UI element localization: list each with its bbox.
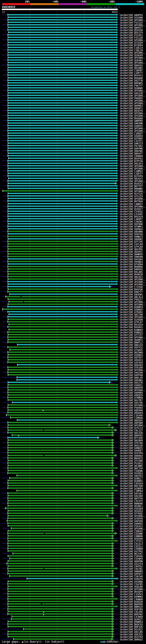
alignment-bar[interactable] — [8, 74, 116, 76]
alignment-bar[interactable] — [8, 298, 117, 300]
alignment-bar[interactable] — [8, 211, 116, 212]
alignment-bar[interactable] — [8, 97, 116, 98]
alignment-bar[interactable] — [8, 515, 107, 516]
alignment-bar[interactable] — [8, 62, 116, 63]
alignment-bar[interactable] — [8, 271, 117, 272]
alignment-bar[interactable] — [8, 392, 117, 393]
alignment-bar[interactable] — [8, 362, 117, 363]
alignment-bar[interactable] — [9, 32, 116, 33]
alignment-bar[interactable] — [10, 349, 117, 350]
alignment-bar[interactable] — [10, 294, 116, 295]
alignment-bar[interactable] — [8, 47, 116, 48]
alignment-bar[interactable] — [8, 611, 112, 612]
alignment-bar[interactable] — [6, 296, 117, 297]
alignment-bar[interactable] — [8, 115, 116, 116]
alignment-bar[interactable] — [8, 359, 117, 360]
alignment-bar[interactable] — [8, 570, 112, 572]
alignment-bar[interactable] — [8, 152, 116, 154]
alignment-bar[interactable] — [13, 553, 112, 554]
alignment-bar[interactable] — [8, 223, 116, 224]
alignment-bar[interactable] — [8, 548, 112, 549]
alignment-bar[interactable] — [8, 90, 116, 91]
alignment-bar[interactable] — [8, 64, 116, 66]
alignment-bar[interactable] — [8, 140, 116, 141]
alignment-bar[interactable] — [8, 77, 116, 78]
alignment-bar[interactable] — [8, 447, 112, 448]
alignment-bar[interactable] — [8, 488, 112, 489]
alignment-bar[interactable] — [8, 538, 112, 539]
alignment-bar[interactable] — [8, 100, 116, 101]
alignment-bar[interactable] — [8, 163, 116, 164]
alignment-bar[interactable] — [8, 591, 112, 592]
alignment-bar[interactable] — [8, 465, 112, 466]
alignment-bar[interactable] — [8, 593, 112, 594]
alignment-bar[interactable] — [8, 397, 117, 398]
alignment-bar[interactable] — [8, 495, 112, 496]
alignment-bar[interactable] — [8, 573, 112, 574]
alignment-bar[interactable] — [8, 14, 116, 15]
alignment-bar[interactable] — [8, 37, 116, 38]
alignment-bar[interactable] — [8, 432, 112, 433]
alignment-bar[interactable] — [8, 256, 117, 257]
alignment-bar[interactable] — [8, 412, 117, 413]
alignment-bar[interactable] — [8, 485, 116, 486]
alignment-bar[interactable] — [8, 356, 117, 358]
alignment-bar[interactable] — [8, 228, 116, 229]
alignment-bar[interactable] — [8, 505, 116, 506]
alignment-bar[interactable] — [8, 444, 112, 446]
alignment-bar[interactable] — [8, 346, 117, 348]
alignment-bar[interactable] — [8, 510, 112, 511]
alignment-bar[interactable] — [7, 563, 112, 564]
alignment-bar[interactable] — [8, 221, 116, 222]
alignment-bar[interactable] — [9, 158, 116, 159]
alignment-bar[interactable] — [8, 112, 116, 114]
alignment-bar[interactable] — [8, 248, 117, 250]
alignment-bar[interactable] — [8, 160, 116, 161]
alignment-bar[interactable] — [8, 540, 116, 542]
alignment-bar[interactable] — [8, 276, 117, 277]
alignment-bar[interactable] — [8, 251, 117, 252]
alignment-bar[interactable] — [8, 24, 116, 25]
alignment-bar[interactable] — [8, 470, 112, 471]
alignment-bar[interactable] — [8, 85, 116, 86]
alignment-bar[interactable] — [8, 243, 117, 244]
alignment-bar[interactable] — [8, 626, 112, 627]
alignment-bar[interactable] — [8, 608, 112, 610]
alignment-bar[interactable] — [8, 193, 116, 194]
alignment-bar[interactable] — [8, 266, 117, 267]
alignment-bar[interactable] — [8, 326, 117, 327]
alignment-bar[interactable] — [8, 407, 117, 408]
alignment-bar[interactable] — [17, 377, 116, 378]
alignment-bar[interactable] — [8, 482, 112, 484]
alignment-bar[interactable] — [8, 367, 117, 368]
alignment-bar[interactable] — [8, 44, 116, 46]
alignment-bar[interactable] — [3, 190, 117, 192]
alignment-bar[interactable] — [17, 490, 116, 491]
alignment-bar[interactable] — [8, 72, 116, 73]
alignment-bar[interactable] — [8, 430, 115, 431]
alignment-bar[interactable] — [3, 309, 117, 310]
alignment-bar[interactable] — [8, 500, 112, 501]
alignment-bar[interactable] — [8, 102, 116, 104]
alignment-bar[interactable] — [8, 492, 112, 494]
alignment-bar[interactable] — [8, 284, 116, 285]
alignment-bar[interactable] — [8, 175, 116, 176]
alignment-bar[interactable] — [8, 440, 112, 441]
alignment-bar[interactable] — [8, 555, 112, 556]
alignment-bar[interactable] — [8, 173, 116, 174]
alignment-bar[interactable] — [8, 586, 116, 587]
alignment-bar[interactable] — [8, 450, 112, 451]
alignment-bar[interactable] — [8, 525, 112, 526]
alignment-bar[interactable] — [8, 332, 117, 332]
alignment-bar[interactable] — [8, 550, 112, 552]
alignment-bar[interactable] — [8, 422, 117, 423]
alignment-bar[interactable] — [8, 132, 116, 134]
alignment-bar[interactable] — [10, 576, 112, 576]
alignment-bar[interactable] — [8, 452, 112, 453]
alignment-bar[interactable] — [17, 379, 116, 380]
alignment-bar[interactable] — [8, 22, 116, 23]
alignment-bar[interactable] — [9, 314, 116, 315]
alignment-bar[interactable] — [8, 306, 116, 307]
alignment-bar[interactable] — [8, 233, 116, 234]
alignment-bar[interactable] — [9, 178, 116, 179]
